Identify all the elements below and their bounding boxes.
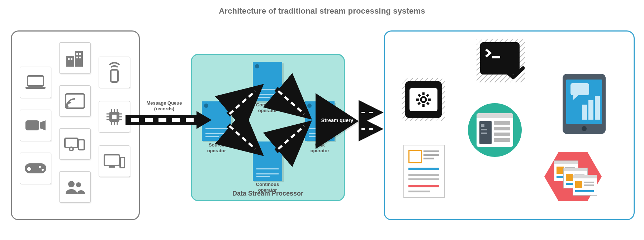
continuous-operator-bottom-icon — [253, 141, 282, 181]
cascading-windows-icon — [543, 150, 603, 203]
svg-point-18 — [66, 105, 68, 107]
svg-rect-19 — [65, 138, 78, 148]
source-operator-icon — [202, 101, 231, 141]
svg-rect-54 — [582, 105, 587, 120]
svg-rect-1 — [25, 87, 46, 89]
continuous-bottom-label: Continous operator — [251, 182, 284, 193]
svg-rect-11 — [76, 53, 78, 55]
gamepad-icon — [20, 153, 51, 184]
source-operator-label: Source operator — [202, 142, 231, 154]
svg-rect-10 — [75, 51, 83, 67]
svg-rect-40 — [109, 166, 115, 168]
svg-marker-3 — [40, 120, 46, 130]
svg-rect-9 — [66, 56, 74, 67]
chip-icon — [99, 101, 130, 133]
document-icon — [403, 145, 445, 198]
sinks-panel — [384, 30, 635, 220]
svg-rect-6 — [27, 168, 31, 170]
building-icon — [59, 42, 91, 74]
iot-icon — [99, 57, 130, 88]
desktop-icon — [99, 145, 130, 177]
svg-rect-2 — [25, 120, 39, 130]
svg-rect-26 — [112, 115, 117, 119]
svg-point-21 — [70, 147, 73, 151]
svg-point-8 — [42, 169, 44, 171]
camera-icon — [20, 110, 51, 141]
continuous-top-label: Continous operator — [251, 102, 284, 114]
svg-rect-55 — [588, 100, 593, 120]
devices-icon — [59, 128, 91, 160]
svg-rect-43 — [422, 92, 425, 95]
svg-point-22 — [68, 181, 75, 187]
message-queue-label: Message Queue (records) — [143, 100, 186, 112]
svg-rect-49 — [426, 94, 429, 97]
users-icon — [59, 171, 91, 203]
laptop-icon — [20, 67, 51, 98]
svg-rect-50 — [417, 102, 421, 105]
svg-rect-39 — [104, 155, 119, 165]
svg-rect-12 — [79, 53, 81, 55]
svg-rect-56 — [595, 96, 600, 120]
svg-rect-46 — [428, 99, 431, 101]
stream-query-label: Stream query — [320, 117, 354, 123]
mobile-chat-icon — [563, 74, 606, 134]
svg-rect-15 — [68, 58, 70, 60]
continuous-operator-top-icon — [253, 62, 282, 101]
svg-rect-45 — [416, 99, 419, 101]
terminal-check-icon — [480, 42, 520, 75]
svg-marker-53 — [573, 95, 578, 100]
svg-rect-48 — [426, 102, 430, 105]
sources-panel — [11, 30, 140, 220]
svg-rect-0 — [28, 76, 43, 86]
svg-rect-47 — [418, 94, 421, 97]
svg-rect-20 — [79, 140, 84, 150]
diagram-stage: Architecture of traditional stream proce… — [0, 0, 644, 240]
settings-app-icon — [405, 81, 442, 118]
svg-point-7 — [39, 166, 41, 168]
svg-rect-41 — [120, 158, 124, 168]
svg-rect-24 — [111, 70, 118, 82]
svg-rect-44 — [422, 104, 425, 107]
svg-rect-52 — [570, 83, 589, 95]
cast-icon — [59, 85, 91, 117]
svg-point-23 — [76, 182, 81, 187]
svg-rect-16 — [71, 58, 72, 60]
diagram-title: Architecture of traditional stream proce… — [0, 6, 644, 16]
svg-rect-14 — [79, 57, 81, 58]
browser-app-icon — [468, 103, 522, 157]
svg-point-42 — [421, 97, 426, 102]
svg-rect-13 — [76, 57, 78, 58]
